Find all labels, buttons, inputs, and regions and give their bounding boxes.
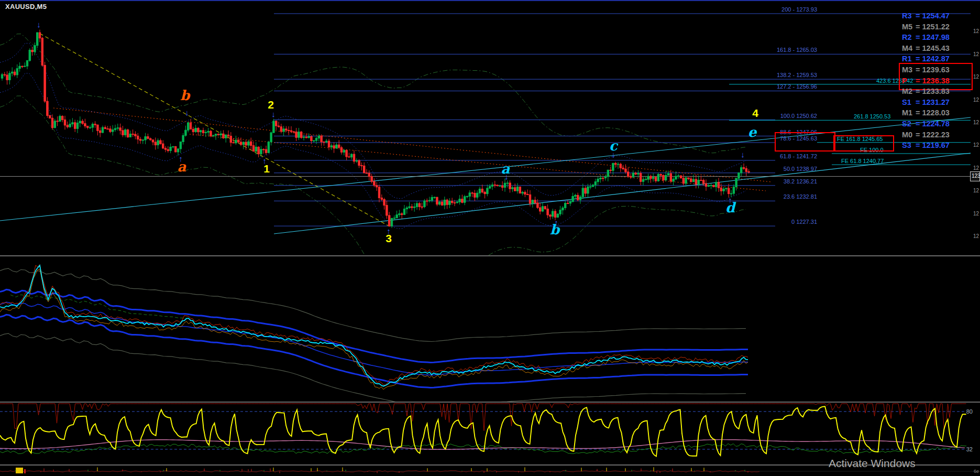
pivot-level-M5: M5= 1251.22 [902,21,950,33]
fib-expansion-label: FE 61.8 1240.77 [841,158,884,164]
price-chart-canvas[interactable] [0,0,980,255]
trading-terminal-screen: XAUUSD,M5 200 - 1273.93161.8 - 1265.0313… [0,0,980,476]
fib-level-label: 138.2 - 1259.53 [777,72,817,78]
fib-level-label: 0 1227.31 [791,219,817,225]
price-scale-digit: 12 [973,188,979,193]
pivot-level-M2: M2= 1233.83 [902,86,950,97]
pivot-level-S3: S3= 1219.67 [902,140,950,151]
yellow-dashed-trendline [40,34,390,226]
wave-label-b: b [180,88,190,103]
fib-786-highlight-box [775,132,835,152]
fib-level-label: 100.0 1250.62 [780,113,817,119]
wave-label-e: e [748,124,757,140]
fib-expansion-label: 261.8 1250.53 [854,113,890,120]
price-scale-digit: 12 [973,233,979,239]
current-price-marker: 123 [970,171,980,181]
oscillator-canvas[interactable] [0,403,980,464]
pivot-level-M1: M1= 1228.03 [902,107,950,118]
pivot-level-M0: M0= 1222.23 [902,129,950,140]
swing-arrow-down: ↓ [504,172,509,181]
swing-arrow-up: ↑ [262,156,267,165]
oscillator-panel[interactable]: 80 32 [0,403,980,464]
price-scale-digit: 12 [973,51,979,57]
pivot-level-R2: R2= 1247.98 [902,32,950,43]
fib-level-label: 23.6 1232.81 [784,193,817,200]
fib-level-label: 127.2 - 1256.96 [777,83,817,90]
current-price-text: 123 [972,173,980,179]
swing-arrow-down: ↓ [37,20,41,29]
fe-1618-highlight-box [833,135,894,152]
price-scale-digit: 12 [973,120,979,125]
mini-left-red-marker [24,469,26,473]
price-scale-digit: 12 [973,97,979,103]
swing-arrow-down: ↓ [741,150,745,159]
pivot-level-S1: S1= 1231.27 [902,97,950,108]
price-scale-digit: 12 [973,142,979,148]
window-top-border [0,0,980,1]
pivot-level-M3: M3= 1239.63 [902,64,950,75]
candles-down-layer [4,30,750,226]
price-scale-digit: 12 [973,74,979,80]
wave-label-4: 4 [752,107,758,120]
price-scale-digit: 12 [973,211,979,217]
pivot-level-R3: R3= 1254.47 [902,10,950,21]
swing-arrow-down: ↓ [185,108,189,117]
price-scale-digit: 12 [973,165,979,171]
swing-arrow-down: ↓ [271,110,276,118]
price-axis-scale[interactable]: 12121212121212121212 [972,0,980,476]
panel-divider-2[interactable] [0,402,980,403]
swing-arrow-up: ↑ [728,196,732,204]
pivot-level-R1: R1= 1242.87 [902,53,950,64]
panel-divider-1[interactable] [0,255,980,256]
mini-left-yellow-marker [16,468,23,473]
activate-windows-watermark: Activate Windows [829,457,916,470]
fib-level-label: 38.2 1236.21 [784,178,817,185]
fib-level-label: 161.8 - 1265.03 [777,47,817,53]
swing-arrow-up: ↑ [387,226,391,235]
swing-arrow-down: ↓ [611,150,615,159]
indicator-panel[interactable] [0,256,980,402]
chart-symbol-title: XAUUSD,M5 [5,3,47,10]
fib-level-label: 50.0 1238.97 [784,166,817,172]
indicator-canvas[interactable] [0,256,980,402]
price-chart-panel[interactable]: 200 - 1273.93161.8 - 1265.03138.2 - 1259… [0,0,980,255]
price-scale-digit: 12 [973,28,979,34]
pivot-level-P: P= 1236.38 [902,75,950,86]
swing-arrow-up: ↑ [554,218,558,227]
fib-level-label: 61.8 - 1241.72 [780,153,817,159]
fib-level-label: 200 - 1273.93 [781,6,817,13]
pivot-levels-panel: R3= 1254.47M5= 1251.22R2= 1247.98M4= 124… [902,10,950,151]
candles-up-layer [1,32,742,228]
pivot-level-S2: S2= 1224.78 [902,118,950,129]
pivot-level-M4: M4= 1245.43 [902,43,950,54]
red-dotted-trendline-1 [53,108,771,182]
swing-arrow-up: ↑ [179,154,183,163]
